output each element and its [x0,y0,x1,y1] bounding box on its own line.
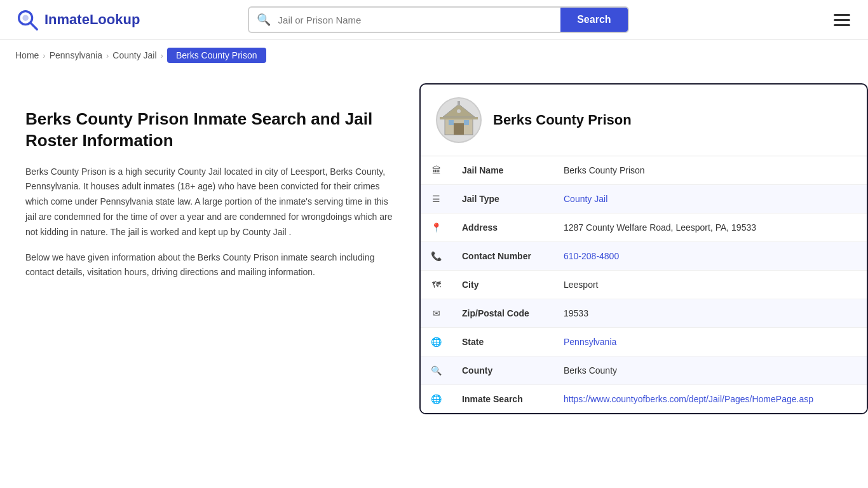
breadcrumb-home[interactable]: Home [15,50,39,60]
breadcrumb-county-jail[interactable]: County Jail [112,50,156,60]
breadcrumb-sep-2: › [106,51,109,60]
value-county: Berks County [553,356,867,385]
label-jail-type: Jail Type [452,185,553,214]
breadcrumb-current: Berks County Prison [167,48,266,63]
label-state: State [452,328,553,356]
logo-link[interactable]: InmateLookup [15,8,140,32]
city-icon: 🗺 [421,271,452,299]
label-city: City [452,271,553,299]
table-row: 🔍 County Berks County [421,356,867,385]
breadcrumb-sep-1: › [43,51,45,60]
info-card-header: Berks County Prison [421,85,867,156]
info-card: Berks County Prison 🏛 Jail Name Berks Co… [419,83,868,414]
svg-point-2 [22,15,29,21]
hamburger-line-1 [834,14,850,16]
svg-rect-4 [454,123,464,135]
svg-rect-10 [458,101,460,105]
label-jail-name: Jail Name [452,156,553,185]
label-zip: Zip/Postal Code [452,299,553,328]
value-contact: 610-208-4800 [553,242,867,271]
phone-icon: 📞 [421,242,452,271]
value-address: 1287 County Welfare Road, Leesport, PA, … [553,214,867,242]
breadcrumb: Home › Pennsylvania › County Jail › Berk… [0,40,868,71]
zip-icon: ✉ [421,299,452,328]
description-para-1: Berks County Prison is a high security C… [25,165,394,240]
breadcrumb-sep-3: › [161,51,163,60]
phone-link[interactable]: 610-208-4800 [564,251,619,261]
location-icon: 📍 [421,214,452,242]
value-state: Pennsylvania [553,328,867,356]
info-table: 🏛 Jail Name Berks County Prison ☰ Jail T… [421,156,867,413]
table-row: 🌐 State Pennsylvania [421,328,867,356]
description-para-2: Below we have given information about th… [25,250,394,281]
svg-point-9 [457,109,461,113]
jail-type-link[interactable]: County Jail [564,194,607,204]
facility-name-heading: Berks County Prison [493,112,632,128]
site-header: InmateLookup 🔍 Search [0,0,868,40]
facility-thumbnail [436,97,482,143]
search-bar: 🔍 Search [248,6,629,33]
breadcrumb-pennsylvania[interactable]: Pennsylvania [50,50,102,60]
svg-rect-5 [440,117,478,119]
hamburger-line-3 [834,24,850,26]
label-inmate-search: Inmate Search [452,385,553,414]
logo-text: InmateLookup [44,11,140,28]
page-heading: Berks County Prison Inmate Search and Ja… [25,109,394,152]
search-bar-icon: 🔍 [249,13,278,27]
hamburger-line-2 [834,19,850,21]
value-city: Leesport [553,271,867,299]
svg-line-1 [31,23,37,29]
label-contact: Contact Number [452,242,553,271]
svg-rect-6 [449,120,454,125]
inmate-search-icon: 🌐 [421,385,452,414]
svg-rect-7 [464,120,469,125]
label-county: County [452,356,553,385]
value-jail-type: County Jail [553,185,867,214]
hamburger-menu[interactable] [831,11,853,29]
county-icon: 🔍 [421,356,452,385]
value-inmate-search: https://www.countyofberks.com/dept/Jail/… [553,385,867,414]
table-row: ✉ Zip/Postal Code 19533 [421,299,867,328]
inmate-search-link[interactable]: https://www.countyofberks.com/dept/Jail/… [564,394,813,404]
search-button[interactable]: Search [560,8,627,32]
state-link[interactable]: Pennsylvania [564,337,616,347]
table-row: 🏛 Jail Name Berks County Prison [421,156,867,185]
table-row: ☰ Jail Type County Jail [421,185,867,214]
facility-building-icon [440,101,478,139]
value-zip: 19533 [553,299,867,328]
main-content: Berks County Prison Inmate Search and Ja… [0,71,868,452]
type-icon: ☰ [421,185,452,214]
logo-icon [15,8,39,32]
table-row: 🌐 Inmate Search https://www.countyofberk… [421,385,867,414]
label-address: Address [452,214,553,242]
table-row: 📍 Address 1287 County Welfare Road, Lees… [421,214,867,242]
value-jail-name: Berks County Prison [553,156,867,185]
search-input[interactable] [278,8,561,32]
left-panel: Berks County Prison Inmate Search and Ja… [0,71,419,427]
jail-icon: 🏛 [421,156,452,185]
table-row: 📞 Contact Number 610-208-4800 [421,242,867,271]
right-panel: Berks County Prison 🏛 Jail Name Berks Co… [419,71,868,427]
table-row: 🗺 City Leesport [421,271,867,299]
state-icon: 🌐 [421,328,452,356]
